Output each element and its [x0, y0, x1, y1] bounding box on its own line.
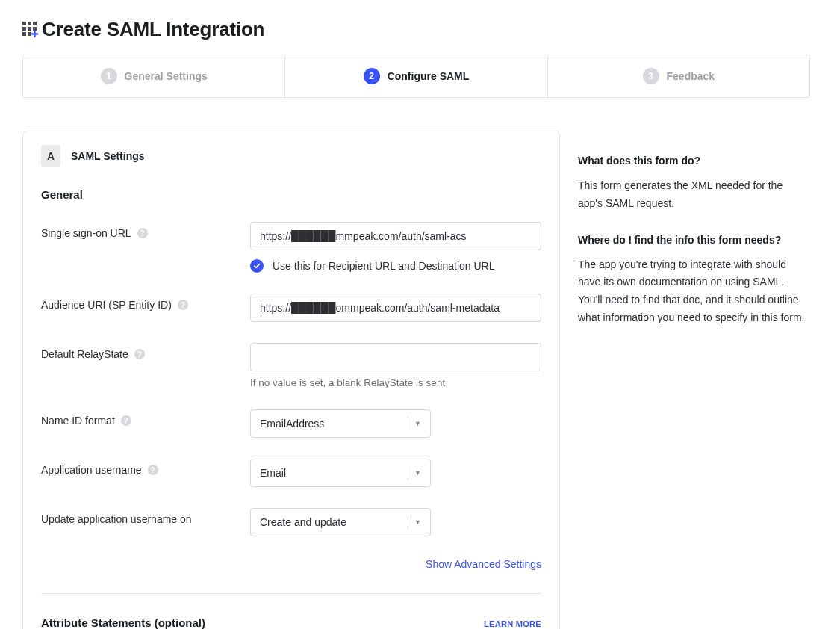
help-icon[interactable]: ?	[148, 465, 158, 475]
step-label: General Settings	[125, 70, 208, 82]
app-username-select[interactable]: Email ▼	[250, 459, 431, 487]
help-icon[interactable]: ?	[137, 228, 148, 238]
help-heading-1: What does this form do?	[578, 155, 810, 167]
help-text-2: The app you're trying to integrate with …	[578, 256, 810, 327]
chevron-down-icon: ▼	[408, 417, 421, 430]
wizard-step-configure-saml[interactable]: 2 Configure SAML	[285, 55, 547, 97]
wizard-step-general[interactable]: 1 General Settings	[23, 55, 285, 97]
general-heading: General	[41, 188, 541, 201]
help-icon[interactable]: ?	[178, 300, 188, 310]
saml-settings-card: A SAML Settings General Single sign-on U…	[22, 131, 560, 629]
select-value: Create and update	[260, 516, 346, 528]
step-number: 2	[364, 68, 380, 84]
select-value: EmailAddress	[260, 418, 324, 430]
name-id-format-label: Name ID format	[41, 415, 115, 427]
audience-uri-input[interactable]	[250, 294, 541, 322]
update-username-label: Update application username on	[41, 513, 192, 525]
svg-rect-5	[33, 27, 37, 31]
svg-rect-4	[28, 27, 31, 31]
use-for-recipient-checkbox[interactable]	[250, 259, 264, 273]
use-for-recipient-label: Use this for Recipient URL and Destinati…	[273, 260, 495, 272]
audience-uri-label: Audience URI (SP Entity ID)	[41, 299, 172, 311]
step-label: Configure SAML	[388, 70, 470, 82]
help-text-1: This form generates the XML needed for t…	[578, 177, 810, 213]
relay-state-label: Default RelayState	[41, 348, 128, 360]
help-icon[interactable]: ?	[121, 415, 131, 426]
svg-rect-6	[22, 32, 26, 36]
show-advanced-settings-link[interactable]: Show Advanced Settings	[426, 558, 541, 570]
svg-rect-1	[28, 22, 31, 25]
page-title: Create SAML Integration	[42, 18, 264, 41]
chevron-down-icon: ▼	[408, 515, 421, 529]
svg-rect-2	[33, 22, 37, 25]
chevron-down-icon: ▼	[408, 466, 421, 480]
card-title: SAML Settings	[71, 150, 145, 162]
app-grid-icon	[22, 22, 39, 38]
divider	[41, 593, 541, 594]
svg-rect-7	[28, 32, 31, 36]
wizard-steps: 1 General Settings 2 Configure SAML 3 Fe…	[22, 55, 810, 98]
sso-url-label: Single sign-on URL	[41, 227, 131, 239]
sso-url-input[interactable]	[250, 222, 541, 250]
relay-state-helper: If no value is set, a blank RelayState i…	[250, 377, 541, 388]
learn-more-link[interactable]: LEARN MORE	[484, 619, 541, 628]
svg-rect-3	[22, 27, 26, 31]
help-icon[interactable]: ?	[134, 349, 145, 359]
update-username-select[interactable]: Create and update ▼	[250, 508, 431, 536]
step-number: 1	[101, 68, 117, 84]
help-heading-2: Where do I find the info this form needs…	[578, 234, 810, 246]
attribute-statements-heading: Attribute Statements (optional)	[41, 616, 205, 629]
select-value: Email	[260, 467, 286, 479]
name-id-format-select[interactable]: EmailAddress ▼	[250, 409, 431, 438]
svg-rect-0	[22, 22, 26, 25]
relay-state-input[interactable]	[250, 343, 541, 371]
wizard-step-feedback[interactable]: 3 Feedback	[548, 55, 809, 97]
section-badge: A	[41, 145, 60, 167]
page-header: Create SAML Integration	[22, 18, 810, 41]
step-label: Feedback	[667, 70, 715, 82]
app-username-label: Application username	[41, 464, 142, 476]
help-sidebar: What does this form do? This form genera…	[578, 131, 810, 348]
step-number: 3	[643, 68, 659, 84]
